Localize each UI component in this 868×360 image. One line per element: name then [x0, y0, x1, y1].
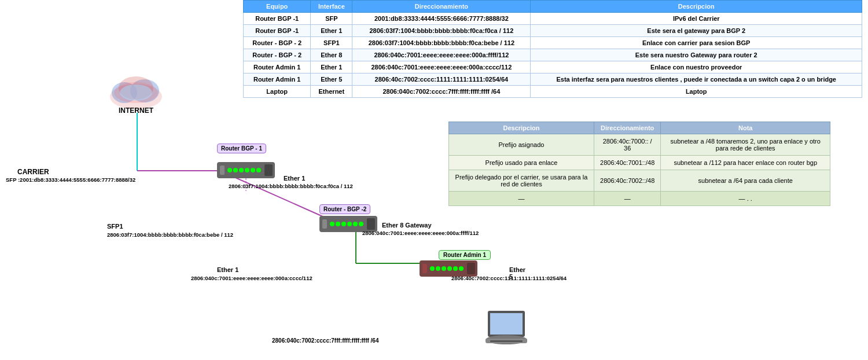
svg-point-29	[353, 222, 358, 226]
svg-point-20	[251, 168, 255, 172]
svg-point-37	[447, 266, 452, 271]
svg-point-13	[120, 85, 152, 101]
svg-rect-15	[220, 166, 225, 175]
svg-rect-31	[367, 218, 375, 230]
ether1-admin-label: Ether 1	[217, 266, 238, 273]
svg-rect-40	[467, 263, 475, 274]
router-bgp2-label: Router - BGP -2	[319, 204, 370, 214]
ether8-label: Ether 8 Gateway	[382, 222, 432, 229]
sfp1-label: SFP1	[107, 223, 123, 230]
svg-point-34	[430, 266, 435, 271]
cell-descripcion: Enlace con carrier para sesion BGP	[531, 37, 862, 49]
svg-point-21	[256, 168, 261, 172]
cell2-direccionamiento: 2806:40c:7002::/48	[594, 170, 661, 192]
cell2-direccionamiento: 2806:40c:7000:: / 36	[594, 134, 661, 156]
svg-point-35	[436, 266, 440, 271]
table-row: Prefijo asignado2806:40c:7000:: / 36subn…	[449, 134, 830, 156]
cell-descripcion: Este sera el gateway para BGP 2	[531, 25, 862, 37]
col2-header-nota: Nota	[661, 122, 830, 134]
ether1-bgp1-addr: 2806:03f7:1004:bbbb:bbbb:bbbb:f0ca:f0ca …	[229, 183, 353, 189]
second-table: Descripcion Direccionamiento Nota Prefij…	[448, 122, 830, 206]
cell2-nota: subnetear a /48 tomaremos 2, uno para en…	[661, 134, 830, 156]
cell-descripcion: Esta interfaz sera para nuestros cliente…	[531, 74, 862, 86]
svg-point-26	[336, 222, 340, 226]
sfp1-addr: 2806:03f7:1004:bbbb:bbbb:bbbb:f0ca:bebe …	[107, 232, 233, 238]
svg-point-18	[239, 168, 244, 172]
svg-rect-45	[490, 340, 523, 342]
table-row: ——— . .	[449, 192, 830, 206]
internet-label: INTERNET	[119, 106, 153, 115]
cell2-descripcion: Prefijo asignado	[449, 134, 594, 156]
internet-cloud: INTERNET	[101, 67, 171, 119]
cell2-direccionamiento: —	[594, 192, 661, 206]
svg-point-39	[459, 266, 464, 271]
carrier-label: CARRIER	[17, 168, 49, 176]
svg-point-17	[233, 168, 238, 172]
svg-point-25	[330, 222, 334, 226]
col2-header-descripcion: Descripcion	[449, 122, 594, 134]
table-row: Prefijo usado para enlace2806:40c:7001::…	[449, 156, 830, 170]
diagram-section: INTERNET CARRIER SFP :2001:db8:3333:4444…	[0, 0, 446, 360]
col-header-descripcion: Descripcion	[531, 1, 862, 13]
svg-rect-24	[322, 219, 327, 229]
cell2-descripcion: Prefijo delegado por el carrier, se usar…	[449, 170, 594, 192]
ether1-admin-addr: 2806:040c:7001:eeee:eeee:eeee:000a:cccc/…	[191, 275, 312, 281]
cell2-descripcion: —	[449, 192, 594, 206]
cell-descripcion: Laptop	[531, 86, 862, 98]
table-row: Prefijo delegado por el carrier, se usar…	[449, 170, 830, 192]
svg-point-16	[227, 168, 232, 172]
laptop-addr: 2806:040c:7002:cccc:7fff:ffff:ffff:ffff …	[272, 337, 379, 344]
cell2-descripcion: Prefijo usado para enlace	[449, 156, 594, 170]
svg-point-19	[245, 168, 249, 172]
svg-point-30	[359, 222, 363, 226]
svg-rect-22	[264, 164, 273, 176]
cell-descripcion: Este sera nuestro Gateway para router 2	[531, 49, 862, 61]
svg-rect-42	[490, 313, 523, 335]
laptop-icon	[483, 310, 529, 351]
carrier-addr: SFP :2001:db8:3333:4444:5555:6666:7777:8…	[6, 177, 135, 183]
svg-point-36	[442, 266, 446, 271]
ether5-addr: 2806:40c:7002:cccc:1111:1111:1111:0254/6…	[451, 275, 567, 281]
svg-point-28	[347, 222, 352, 226]
cell-descripcion: IPv6 del Carrier	[531, 13, 862, 25]
cell2-nota: subnetear a /112 para hacer enlace con r…	[661, 156, 830, 170]
router-bgp1-label: Router BGP - 1	[217, 144, 266, 153]
svg-point-38	[453, 266, 458, 271]
cell-descripcion: Enlace con nuestro proveedor	[531, 61, 862, 74]
router-bgp1-device	[217, 162, 275, 179]
ether8-addr: 2806:040c:7001:eeee:eeee:eeee:000a:ffff/…	[362, 230, 479, 236]
ether1-bgp1-label: Ether 1	[284, 175, 305, 182]
cell2-direccionamiento: 2806:40c:7001::/48	[594, 156, 661, 170]
svg-rect-33	[422, 264, 427, 273]
router-admin1-label: Router Admin 1	[439, 250, 491, 260]
col2-header-direccionamiento: Direccionamiento	[594, 122, 661, 134]
cell2-nota: — . .	[661, 192, 830, 206]
svg-point-27	[341, 222, 346, 226]
cell2-nota: subnetear a /64 para cada cliente	[661, 170, 830, 192]
second-table-section: Descripcion Direccionamiento Nota Prefij…	[448, 122, 830, 206]
